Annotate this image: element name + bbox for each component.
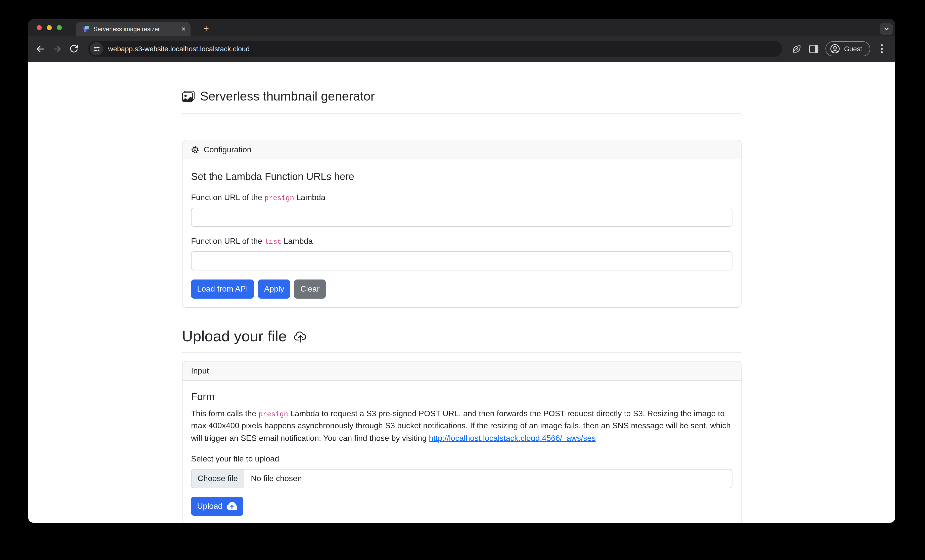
tab-search-button[interactable] — [880, 23, 893, 35]
close-window-button[interactable] — [37, 25, 42, 30]
choose-file-button[interactable]: Choose file — [191, 470, 244, 488]
apply-button[interactable]: Apply — [258, 280, 290, 299]
gear-icon — [191, 146, 199, 154]
zoom-window-button[interactable] — [57, 25, 62, 30]
screenshot-root: Serverless image resizer ✕ + — [0, 0, 925, 560]
favicon-icon — [82, 25, 89, 33]
upload-button-label: Upload — [197, 500, 223, 512]
page-title: Serverless thumbnail generator — [182, 89, 741, 104]
menu-button[interactable] — [873, 40, 890, 57]
tab-serverless-image-resizer[interactable]: Serverless image resizer ✕ — [76, 22, 191, 36]
cloud-upload-fill-icon — [226, 503, 237, 510]
load-from-api-button[interactable]: Load from API — [191, 280, 254, 299]
content-container: Serverless thumbnail generator Configura… — [182, 62, 741, 523]
tune-icon — [93, 45, 100, 52]
browser-toolbar: webapp.s3-website.localhost.localstack.c… — [28, 36, 895, 62]
minimize-window-button[interactable] — [47, 25, 52, 30]
file-input[interactable]: Choose file No file chosen — [191, 469, 732, 488]
divider — [182, 113, 741, 114]
site-settings-button[interactable] — [90, 42, 103, 55]
list-code: list — [264, 238, 281, 246]
upload-heading-text: Upload your file — [182, 328, 287, 345]
divider — [182, 352, 741, 353]
side-panel-icon — [809, 45, 819, 53]
form-description: This form calls the presign Lambda to re… — [191, 408, 732, 445]
back-icon — [35, 44, 46, 54]
side-panel-button[interactable] — [805, 40, 823, 57]
input-card-title: Input — [191, 366, 209, 375]
presign-code: presign — [264, 194, 294, 202]
person-circle-icon — [830, 44, 840, 54]
new-tab-button[interactable]: + — [199, 22, 213, 36]
url-text: webapp.s3-website.localhost.localstack.c… — [108, 45, 250, 53]
forward-icon — [52, 44, 62, 54]
images-icon — [182, 90, 194, 102]
file-chosen-status: No file chosen — [244, 470, 309, 488]
profile-label: Guest — [844, 45, 862, 53]
page-title-text: Serverless thumbnail generator — [200, 89, 375, 104]
webpage: Serverless thumbnail generator Configura… — [28, 62, 895, 523]
kebab-menu-icon — [881, 45, 883, 53]
presign-url-label: Function URL of the presign Lambda — [191, 191, 732, 203]
file-select-label: Select your file to upload — [191, 453, 732, 465]
chevron-down-icon — [883, 26, 890, 32]
upload-section-heading: Upload your file — [182, 328, 741, 345]
configuration-card-header: Configuration — [182, 140, 741, 160]
configuration-card: Configuration Set the Lambda Function UR… — [182, 140, 741, 308]
ses-link[interactable]: http://localhost.localstack.cloud:4566/_… — [429, 434, 596, 443]
input-card-header: Input — [182, 361, 741, 381]
form-heading: Form — [191, 391, 732, 403]
presign-code: presign — [259, 410, 288, 418]
profile-button[interactable]: Guest — [826, 41, 870, 56]
list-url-input[interactable] — [191, 251, 732, 271]
presign-url-input[interactable] — [191, 208, 732, 227]
tab-strip: Serverless image resizer ✕ + — [28, 19, 895, 36]
tab-close-icon[interactable]: ✕ — [181, 26, 186, 32]
address-bar[interactable]: webapp.s3-website.localhost.localstack.c… — [88, 41, 782, 57]
config-heading: Set the Lambda Function URLs here — [191, 170, 732, 182]
back-button[interactable] — [32, 41, 49, 57]
input-card-body: Form This form calls the presign Lambda … — [182, 381, 741, 523]
tab-title: Serverless image resizer — [93, 26, 177, 32]
cloud-upload-icon — [293, 330, 309, 343]
clear-button[interactable]: Clear — [294, 280, 325, 299]
browser-window: Serverless image resizer ✕ + — [28, 19, 895, 523]
input-card: Input Form This form calls the presign L… — [182, 361, 741, 523]
configuration-card-title: Configuration — [203, 145, 252, 154]
forward-button[interactable] — [49, 41, 65, 57]
upload-button[interactable]: Upload — [191, 497, 243, 516]
configuration-card-body: Set the Lambda Function URLs here Functi… — [182, 160, 741, 307]
leaf-bolt-icon — [791, 44, 802, 54]
reload-button[interactable] — [65, 41, 82, 57]
performance-button[interactable] — [788, 40, 805, 57]
window-controls — [37, 25, 62, 30]
list-url-label: Function URL of the list Lambda — [191, 235, 732, 247]
reload-icon — [69, 44, 79, 54]
config-buttons: Load from API Apply Clear — [191, 279, 732, 299]
